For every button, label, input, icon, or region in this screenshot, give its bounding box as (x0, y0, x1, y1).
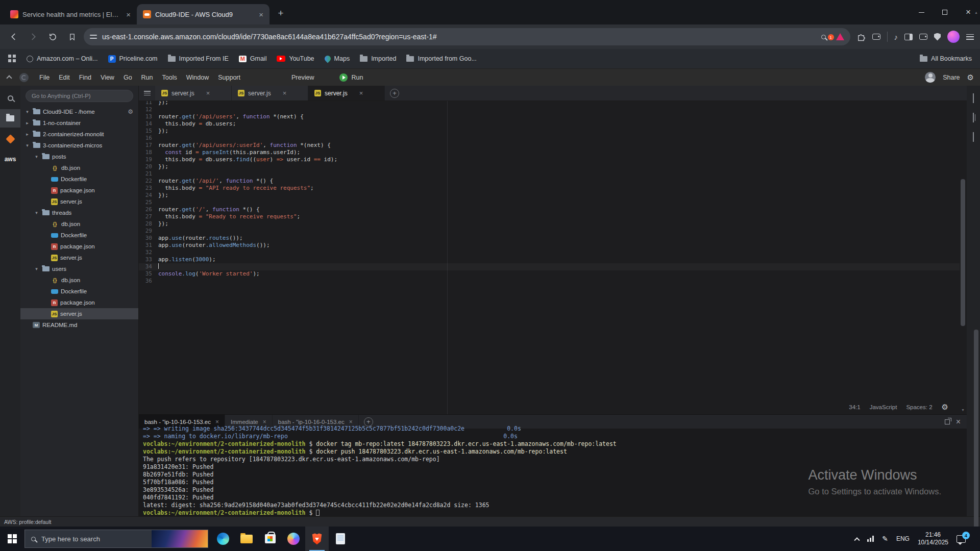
menu-edit[interactable]: Edit (54, 72, 75, 83)
line-number[interactable]: 28 (139, 220, 158, 228)
line-number[interactable]: 22 (139, 178, 158, 185)
browser-tab[interactable]: Service health and metrics | Elastic Co× (4, 4, 137, 24)
tree-item-package-json[interactable]: npackage.json (20, 185, 138, 196)
preview-button[interactable]: Preview (287, 72, 318, 83)
tree-item-server-js[interactable]: JSserver.js (20, 196, 138, 207)
chevron-down-icon[interactable]: ▾ (34, 266, 39, 271)
outline-panel-button[interactable] (973, 94, 974, 103)
all-bookmarks-button[interactable]: All Bookmarks (920, 55, 972, 62)
code-line[interactable]: 25 (139, 199, 960, 206)
code-line[interactable]: 33app.listen(3000); (139, 256, 960, 263)
terminal[interactable]: => => writing image sha256:3437744dcc5d3… (139, 425, 967, 516)
menu-window[interactable]: Window (182, 72, 213, 83)
goto-anything-input[interactable] (26, 90, 133, 102)
tab-close-icon[interactable]: × (206, 89, 210, 97)
code-line[interactable]: 35console.log('Worker started'); (139, 270, 960, 278)
scroll-down-arrow-icon[interactable]: ▾ (961, 408, 965, 412)
code-line[interactable]: 18 const id = parseInt(this.params.userI… (139, 149, 960, 156)
action-center-icon[interactable]: 4 (957, 535, 966, 543)
browser-menu-icon[interactable] (966, 34, 974, 40)
line-number[interactable]: 33 (139, 256, 158, 263)
code-line[interactable]: 32 (139, 249, 960, 256)
browser-tab[interactable]: Cloud9-IDE - AWS Cloud9× (137, 4, 270, 24)
line-number[interactable]: 34 (139, 263, 158, 270)
line-number[interactable]: 13 (139, 113, 158, 120)
tray-overflow-chevron-icon[interactable] (854, 537, 860, 543)
taskbar-search[interactable] (24, 530, 208, 548)
bookmark-youtube[interactable]: YouTube (277, 55, 314, 62)
terminal-scrollbar-thumb[interactable] (974, 330, 978, 543)
menu-run[interactable]: Run (137, 72, 158, 83)
code-line[interactable]: 22router.get('/api/', function *() { (139, 178, 960, 185)
vpn-shield-icon[interactable] (934, 33, 941, 41)
brave-rewards-icon[interactable] (836, 33, 844, 40)
code-line[interactable]: 21 (139, 170, 960, 178)
code-line[interactable]: 12 (139, 106, 960, 113)
scrollbar-thumb[interactable] (961, 179, 965, 326)
tree-item-server-js[interactable]: JSserver.js (20, 308, 138, 319)
line-number[interactable]: 29 (139, 228, 158, 235)
new-tab-button[interactable]: + (274, 6, 288, 20)
bookmark-imported-from-ie[interactable]: Imported From IE (168, 55, 229, 62)
code-line[interactable]: 15}); (139, 128, 960, 135)
tab-close-icon[interactable]: × (283, 89, 287, 97)
code-line[interactable]: 27 this.body = "Ready to receive request… (139, 213, 960, 220)
aws-resources-panel-button[interactable] (973, 133, 974, 142)
rewards-card-icon[interactable] (919, 34, 927, 40)
terminal-scrollbar[interactable]: ▴ ▾ (974, 15, 978, 548)
maximize-button[interactable] (933, 0, 957, 24)
line-number[interactable]: 35 (139, 270, 158, 278)
reload-button[interactable] (45, 29, 60, 44)
menu-go[interactable]: Go (119, 72, 137, 83)
bookmarks-panel-button[interactable] (64, 29, 80, 44)
chevron-right-icon[interactable]: ▸ (24, 120, 30, 126)
line-number[interactable]: 11 (139, 101, 158, 106)
code-editor[interactable]: 11});1213router.get('/api/users', functi… (139, 101, 967, 414)
code-line[interactable]: 19 this.body = db.users.find((user) => u… (139, 156, 960, 163)
code-line[interactable]: 36 (139, 278, 960, 285)
line-number[interactable]: 19 (139, 156, 158, 163)
language-mode[interactable]: JavaScript (870, 404, 897, 410)
editor-tab-server-js[interactable]: JSserver.js× (308, 86, 385, 101)
taskbar-notepad-button[interactable] (329, 527, 352, 551)
tree-item-dockerfile[interactable]: Dockerfile (20, 230, 138, 241)
tree-item-dockerfile[interactable]: Dockerfile (20, 286, 138, 297)
tree-item-cloud9-ide-home[interactable]: ▾Cloud9-IDE - /home⚙ (20, 106, 138, 117)
code-line[interactable]: 14 this.body = db.users; (139, 120, 960, 128)
chevron-down-icon[interactable]: ▾ (34, 210, 39, 215)
line-number[interactable]: 32 (139, 249, 158, 256)
editor-scrollbar[interactable] (961, 104, 965, 404)
tree-item-dockerfile[interactable]: Dockerfile (20, 173, 138, 185)
search-highlight-image[interactable] (152, 530, 208, 547)
maximize-console-icon[interactable] (945, 419, 950, 424)
network-icon[interactable] (867, 536, 874, 542)
editor-tab-server-js[interactable]: JSserver.js× (155, 86, 232, 101)
tab-close-icon[interactable]: × (125, 10, 132, 19)
tree-item-server-js[interactable]: JSserver.js (20, 252, 138, 263)
line-number[interactable]: 30 (139, 235, 158, 242)
tree-settings-gear-icon[interactable]: ⚙ (128, 108, 138, 115)
code-line[interactable]: 31app.use(router.allowedMethods()); (139, 242, 960, 249)
menu-support[interactable]: Support (213, 72, 245, 83)
line-number[interactable]: 18 (139, 149, 158, 156)
line-number[interactable]: 17 (139, 142, 158, 149)
taskbar-file-explorer-button[interactable] (235, 527, 258, 551)
line-number[interactable]: 16 (139, 135, 158, 142)
share-button[interactable]: Share (943, 74, 960, 81)
tree-item-posts[interactable]: ▾posts (20, 151, 138, 162)
taskbar-copilot-button[interactable] (282, 527, 305, 551)
back-button[interactable] (6, 29, 21, 44)
line-number[interactable]: 24 (139, 192, 158, 199)
code-line[interactable]: 28}); (139, 220, 960, 228)
code-line[interactable]: 24}); (139, 192, 960, 199)
code-line[interactable]: 17router.get('/api/users/:userId', funct… (139, 142, 960, 149)
line-number[interactable]: 21 (139, 170, 158, 178)
search-icon[interactable] (821, 35, 826, 39)
debugger-panel-button[interactable] (973, 113, 974, 122)
tree-item-package-json[interactable]: npackage.json (20, 241, 138, 252)
search-strip-button[interactable] (0, 89, 20, 107)
cursor-position[interactable]: 34:1 (849, 404, 860, 410)
editor-tab-server-js[interactable]: JSserver.js× (232, 86, 308, 101)
extensions-puzzle-icon[interactable] (856, 32, 866, 41)
sidebar-toggle-icon[interactable] (904, 34, 913, 40)
